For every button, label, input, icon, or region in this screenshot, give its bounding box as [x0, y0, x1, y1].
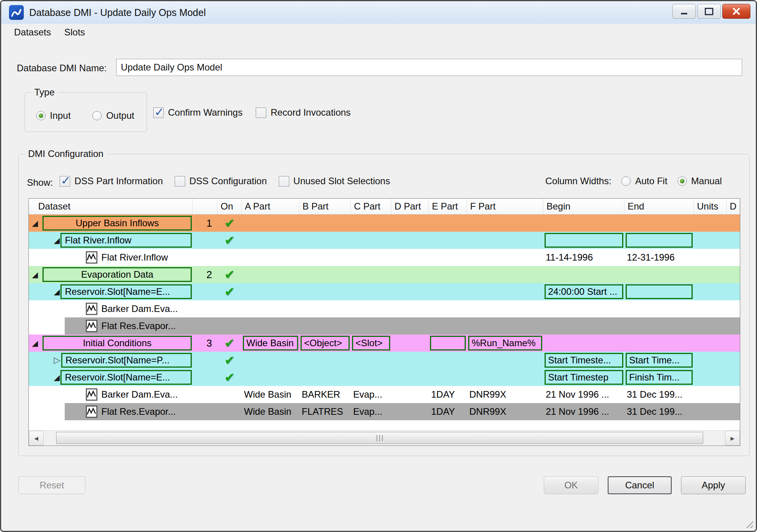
part-value-box[interactable] [626, 233, 693, 248]
checkbox-dss-part-information[interactable]: DSS Part Information [60, 176, 163, 187]
table-row[interactable]: Flat River.Inflow11-14-199612-31-1996 [29, 249, 740, 266]
scroll-right-button[interactable]: ▸ [725, 431, 740, 446]
on-cell[interactable] [218, 249, 242, 266]
part-value-box[interactable]: Start Timeste... [545, 353, 623, 368]
expand-icon[interactable]: ▷ [54, 356, 60, 365]
table-row[interactable]: ◢Reservoir.Slot[Name=E...✔Start Timestep… [29, 369, 740, 386]
menu-slots[interactable]: Slots [58, 25, 92, 40]
part-value-box[interactable]: <Object> [301, 336, 350, 351]
column-header-begin[interactable]: Begin [543, 199, 624, 214]
column-header-end[interactable]: End [624, 199, 694, 214]
column-header-units[interactable]: Units [694, 199, 727, 214]
radio-input-label: Input [50, 110, 71, 121]
checkbox-confirm-warnings[interactable]: Confirm Warnings [153, 107, 242, 118]
on-cell[interactable] [218, 386, 242, 403]
column-header-num[interactable] [193, 199, 218, 214]
column-header-d[interactable]: D Part [391, 199, 429, 214]
part-value-box[interactable]: Start Time... [626, 353, 693, 368]
record-invocations-checkbox-icon[interactable] [256, 107, 266, 118]
collapse-icon[interactable]: ◢ [32, 219, 38, 227]
titlebar[interactable]: Database DMI - Update Daily Ops Model [1, 1, 756, 24]
radio-output-icon[interactable] [92, 111, 102, 120]
on-cell[interactable] [218, 300, 242, 317]
radio-manual[interactable]: Manual [677, 176, 722, 187]
cancel-button[interactable]: Cancel [608, 476, 672, 494]
resize-grip[interactable] [745, 520, 753, 528]
horizontal-scrollbar[interactable]: ◂ ▸ [29, 430, 740, 446]
part-value-box[interactable] [545, 233, 623, 248]
on-cell[interactable] [218, 317, 242, 335]
dmi-name-input[interactable] [116, 59, 742, 76]
confirm-warnings-checkbox-icon[interactable] [153, 107, 164, 118]
dataset-label-box[interactable]: Upper Basin Inflows [42, 216, 192, 231]
table-row[interactable]: ◢Upper Basin Inflows1✔ [29, 215, 740, 232]
checkbox-record-invocations[interactable]: Record Invocations [256, 107, 350, 118]
dataset-label-box[interactable]: Reservoir.Slot[Name=E... [60, 284, 192, 299]
unused-slot-selections-checkbox-icon[interactable] [279, 176, 289, 187]
table-row[interactable]: Barker Dam.Eva... [29, 300, 740, 317]
column-header-dataset[interactable]: Dataset [29, 199, 193, 214]
column-header-b[interactable]: B Part [299, 199, 351, 214]
minimize-button[interactable] [672, 4, 696, 19]
table-row[interactable]: ◢Initial Conditions3✔Wide Basin<Object><… [29, 335, 740, 352]
scroll-left-button[interactable]: ◂ [29, 431, 44, 446]
part-value-box[interactable] [626, 284, 693, 299]
part-value-box[interactable]: <Slot> [352, 336, 390, 351]
checkbox-unused-slot-selections[interactable]: Unused Slot Selections [279, 176, 390, 187]
column-header-a[interactable]: A Part [242, 199, 299, 214]
column-header-on[interactable]: On [218, 199, 242, 214]
part-value-box[interactable]: Start Timestep [545, 370, 623, 385]
dataset-label-box[interactable]: Reservoir.Slot[Name=E... [60, 370, 192, 385]
dss-configuration-checkbox-icon[interactable] [175, 176, 185, 187]
on-cell[interactable] [218, 403, 242, 420]
dss-part-information-checkbox-icon[interactable] [60, 176, 70, 187]
dataset-label-box[interactable]: Initial Conditions [42, 336, 192, 351]
on-cell[interactable]: ✔ [218, 352, 242, 369]
table-row[interactable]: ▷Reservoir.Slot[Name=P...✔Start Timeste.… [29, 352, 740, 369]
checkbox-dss-configuration[interactable]: DSS Configuration [175, 176, 267, 187]
collapse-icon[interactable]: ◢ [54, 373, 60, 381]
radio-input[interactable]: Input [36, 110, 71, 121]
on-cell[interactable]: ✔ [218, 369, 242, 386]
dataset-label-box[interactable]: Evaporation Data [42, 267, 192, 282]
scrollbar-thumb[interactable] [56, 432, 703, 444]
auto-fit-radio-icon[interactable] [621, 176, 631, 186]
on-cell[interactable]: ✔ [218, 215, 242, 232]
table-row[interactable]: ◢Evaporation Data2✔ [29, 266, 740, 283]
column-header-d2[interactable]: D [727, 199, 740, 214]
dmi-name-label: Database DMI Name: [17, 63, 107, 74]
on-cell[interactable]: ✔ [218, 232, 242, 249]
collapse-icon[interactable]: ◢ [54, 288, 60, 296]
dataset-label-box[interactable]: Reservoir.Slot[Name=P... [61, 353, 192, 368]
menu-datasets[interactable]: Datasets [7, 25, 58, 40]
radio-output[interactable]: Output [92, 110, 134, 121]
part-value-box[interactable]: %Run_Name% [468, 336, 542, 351]
apply-button[interactable]: Apply [681, 476, 746, 494]
on-cell[interactable]: ✔ [218, 335, 242, 352]
on-cell[interactable]: ✔ [218, 266, 242, 283]
maximize-button[interactable] [697, 4, 721, 19]
radio-auto-fit[interactable]: Auto Fit [621, 176, 667, 187]
on-cell[interactable]: ✔ [218, 283, 242, 300]
dataset-label-box[interactable]: Flat River.Inflow [60, 233, 192, 248]
collapse-icon[interactable]: ◢ [54, 236, 60, 244]
part-value-box[interactable]: Wide Basin [243, 336, 298, 351]
part-value-box[interactable]: 24:00:00 Start ... [545, 284, 623, 299]
column-header-e[interactable]: E Part [429, 199, 467, 214]
radio-input-icon[interactable] [36, 111, 46, 120]
column-header-f[interactable]: F Part [467, 199, 543, 214]
table-row[interactable]: Barker Dam.Eva...Wide BasinBARKEREvap...… [29, 386, 740, 403]
manual-radio-icon[interactable] [677, 176, 687, 186]
ok-button[interactable]: OK [544, 476, 598, 494]
close-button[interactable] [722, 4, 750, 19]
part-value-box[interactable] [430, 336, 466, 351]
table-row[interactable]: ◢Flat River.Inflow✔ [29, 232, 740, 249]
table-row[interactable]: Flat Res.Evapor... [29, 317, 740, 335]
column-header-c[interactable]: C Part [351, 199, 391, 214]
part-value-box[interactable]: Finish Tim... [626, 370, 693, 385]
table-row[interactable]: ◢Reservoir.Slot[Name=E...✔24:00:00 Start… [29, 283, 740, 300]
table-row[interactable]: Flat Res.Evapor...Wide BasinFLATRESEvap.… [29, 403, 740, 420]
collapse-icon[interactable]: ◢ [32, 271, 38, 278]
dataset-cell: ◢Initial Conditions [29, 335, 193, 352]
collapse-icon[interactable]: ◢ [32, 339, 38, 347]
